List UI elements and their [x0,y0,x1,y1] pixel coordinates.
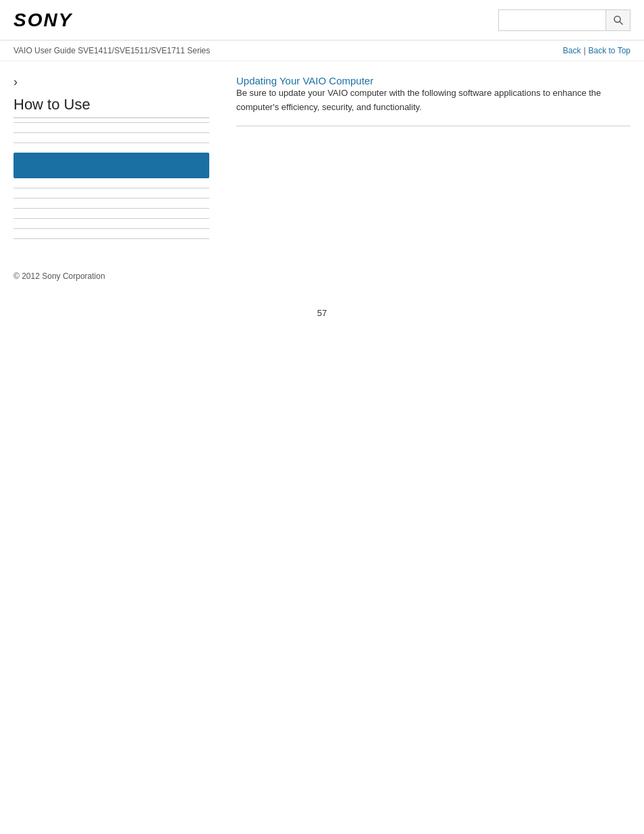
sony-logo: SONY [14,9,72,31]
back-to-top-link[interactable]: Back to Top [589,46,630,55]
nav-separator: | [583,46,585,55]
sidebar-line-9 [14,238,209,239]
article-body: Be sure to update your VAIO computer wit… [236,86,630,126]
header-search-area [498,9,630,31]
back-link[interactable]: Back [563,46,581,55]
sidebar-line-6 [14,208,209,209]
footer: © 2012 Sony Corporation [0,258,644,294]
sidebar-line-4 [14,188,209,188]
page-number: 57 [0,294,644,332]
sidebar-lines-bottom [14,188,209,239]
breadcrumb-bar: VAIO User Guide SVE1411/SVE1511/SVE1711 … [0,41,644,61]
nav-links: Back | Back to Top [563,46,630,55]
sidebar-line-1 [14,122,209,123]
sidebar-title: How to Use [14,96,209,118]
sidebar: › How to Use [14,75,223,244]
article-title[interactable]: Updating Your VAIO Computer [236,75,373,86]
sidebar-line-5 [14,198,209,199]
sidebar-line-3 [14,142,209,143]
sidebar-line-2 [14,132,209,133]
guide-title: VAIO User Guide SVE1411/SVE1511/SVE1711 … [14,46,210,55]
sidebar-active-item[interactable] [14,153,209,178]
chevron-icon: › [14,75,209,89]
page-header: SONY [0,0,644,41]
main-content: › How to Use Updating Your VAIO Computer… [0,61,644,258]
search-input[interactable] [498,9,606,31]
sidebar-line-7 [14,218,209,219]
sidebar-line-8 [14,228,209,229]
article-content: Updating Your VAIO Computer Be sure to u… [223,75,630,244]
search-icon [613,15,624,26]
copyright-text: © 2012 Sony Corporation [14,271,105,281]
sidebar-lines-top [14,122,209,143]
svg-line-1 [620,22,622,24]
search-button[interactable] [606,9,630,31]
